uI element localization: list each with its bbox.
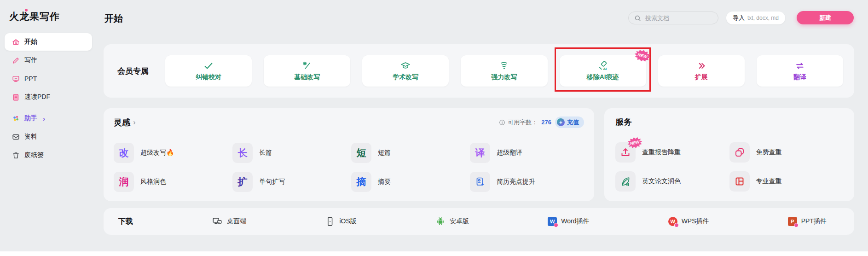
download-label: 安卓版 (450, 217, 469, 226)
import-button[interactable]: 导入 txt, docx, md (726, 12, 785, 24)
glyph-icon: 短 (351, 143, 371, 163)
expand-card[interactable]: 扩展 (658, 55, 745, 87)
app-logo: 火龙果写作 (9, 10, 97, 23)
glyph-char: 短 (357, 146, 366, 159)
short-form-item[interactable]: 短 短篇 (351, 138, 465, 167)
card-label: 学术改写 (393, 73, 418, 81)
services-grid: NEW 查重报告降重 免费查重 英文论文润色 (615, 138, 843, 196)
ios-download-item[interactable]: iOS版 (325, 216, 356, 227)
sidebar-item-label: 开始 (24, 38, 37, 46)
wps-plugin-icon: W (668, 217, 677, 226)
upload-icon (620, 147, 631, 158)
sidebar-item-label: 废纸篓 (24, 151, 44, 159)
new-document-button[interactable]: 新建 (797, 11, 854, 24)
services-title: 服务 (615, 116, 843, 128)
logo-accent-dot (25, 9, 28, 12)
service-label: 免费查重 (756, 148, 782, 157)
sidebar-item-ppt[interactable]: PPT (5, 70, 92, 87)
long-form-item[interactable]: 长 长篇 (232, 138, 347, 167)
remove-ai-trace-card[interactable]: NEW AI 移除AI痕迹 (560, 55, 646, 87)
credits-value: 276 (541, 119, 551, 126)
inspiration-panel: 灵感 › 可用字数： 276 + 充值 改 超级改写🔥 长 长 (104, 108, 594, 201)
power-rewrite-card[interactable]: 强力改写 (461, 55, 547, 87)
proofread-card[interactable]: 纠错校对 (165, 55, 252, 87)
card-wrap: 纠错校对 (165, 55, 252, 87)
inspiration-title[interactable]: 灵感 (114, 117, 130, 128)
chevron-right-icon: › (43, 115, 45, 122)
svg-text:AI: AI (603, 66, 607, 70)
card-wrap-highlighted: NEW AI 移除AI痕迹 (560, 55, 646, 87)
sidebar-item-assistant[interactable]: 助手 › (5, 110, 92, 127)
android-download-item[interactable]: 安卓版 (435, 216, 469, 227)
new-badge: NEW (633, 48, 652, 64)
sidebar-item-home[interactable]: 开始 (5, 33, 92, 51)
free-check-item[interactable]: 免费查重 (729, 138, 844, 167)
service-label: 查重报告降重 (642, 148, 681, 157)
chevron-right-icon[interactable]: › (133, 118, 136, 127)
inspiration-grid: 改 超级改写🔥 长 长篇 短 短篇 译 超级翻译 润 风格润色 扩 单句扩写 (114, 138, 584, 196)
card-wrap: 扩展 (658, 55, 745, 87)
upload-icon-box: NEW (615, 142, 636, 163)
glyph-char: 摘 (357, 175, 366, 188)
wps-plugin-item[interactable]: W WPS插件 (668, 217, 709, 226)
sidebar-item-label: 助手 (24, 114, 37, 122)
card-label: 纠错校对 (196, 73, 221, 81)
credits-label-text: 可用字数： (508, 118, 538, 127)
sidebar-item-writing[interactable]: 写作 (5, 52, 92, 69)
super-rewrite-item[interactable]: 改 超级改写🔥 (114, 138, 228, 167)
recharge-button[interactable]: + 充值 (555, 116, 584, 128)
glyph-char: 长 (238, 146, 248, 159)
search-box[interactable] (628, 12, 718, 24)
word-plugin-item[interactable]: W Word插件 (548, 217, 589, 226)
academic-rewrite-card[interactable]: 学术改写 (362, 55, 449, 87)
sidebar-item-label: PPT (24, 75, 37, 82)
trash-icon (12, 151, 20, 159)
recharge-label: 充值 (567, 118, 579, 127)
glyph-icon: 改 (114, 143, 134, 163)
plagiarism-report-item[interactable]: NEW 查重报告降重 (615, 138, 729, 167)
card-wrap: 强力改写 (461, 55, 547, 87)
graduation-cap-icon (400, 61, 411, 71)
member-section-label: 会员专属 (117, 66, 165, 76)
sidebar-item-label: 写作 (24, 56, 37, 64)
double-chevron-icon (696, 61, 706, 71)
ppt-plugin-item[interactable]: P PPT插件 (788, 217, 827, 226)
info-icon[interactable] (499, 119, 505, 126)
app-logo-text: 火龙果写作 (9, 11, 60, 22)
assistant-sparkle-icon (12, 115, 20, 122)
basic-rewrite-card[interactable]: 基础改写 (264, 55, 350, 87)
import-filetypes-hint: txt, docx, md (747, 15, 779, 21)
glyph-icon: 长 (232, 143, 253, 163)
download-label: PPT插件 (801, 217, 827, 226)
english-polish-item[interactable]: 英文论文润色 (615, 167, 729, 196)
item-label: 单句扩写 (259, 178, 285, 186)
quill-icon (620, 176, 631, 187)
sentence-expand-item[interactable]: 扩 单句扩写 (232, 167, 347, 196)
summary-item[interactable]: 摘 摘要 (351, 167, 465, 196)
checkmark-icon (203, 61, 214, 71)
download-label: WPS插件 (682, 217, 709, 226)
page-bottom-strip (0, 251, 868, 256)
presentation-icon (12, 75, 20, 83)
download-label: iOS版 (339, 217, 356, 226)
translate-card[interactable]: 翻译 (757, 55, 843, 87)
page-title: 开始 (104, 12, 123, 25)
resume-highlight-item[interactable]: 简历亮点提升 (470, 167, 584, 196)
sidebar-item-pdf-reader[interactable]: 速读PDF (5, 88, 92, 106)
super-translate-item[interactable]: 译 超级翻译 (470, 138, 584, 167)
style-polish-item[interactable]: 润 风格润色 (114, 167, 228, 196)
search-input[interactable] (644, 14, 711, 22)
glyph-char: 译 (475, 146, 485, 159)
card-wrap: 基础改写 (264, 55, 350, 87)
item-label: 简历亮点提升 (497, 178, 535, 186)
sidebar-item-trash[interactable]: 废纸篓 (5, 146, 92, 164)
search-icon (634, 15, 641, 22)
home-icon (12, 38, 20, 46)
download-label: Word插件 (561, 217, 589, 226)
copy-squares-icon-box (729, 142, 750, 163)
desktop-download-item[interactable]: 桌面端 (212, 216, 246, 227)
services-panel: 服务 NEW 查重报告降重 免费查重 英文论文润色 (604, 108, 854, 201)
word-plugin-icon: W (548, 217, 557, 226)
professional-check-item[interactable]: 专业查重 (729, 167, 844, 196)
sidebar-item-materials[interactable]: 资料 (5, 128, 92, 145)
